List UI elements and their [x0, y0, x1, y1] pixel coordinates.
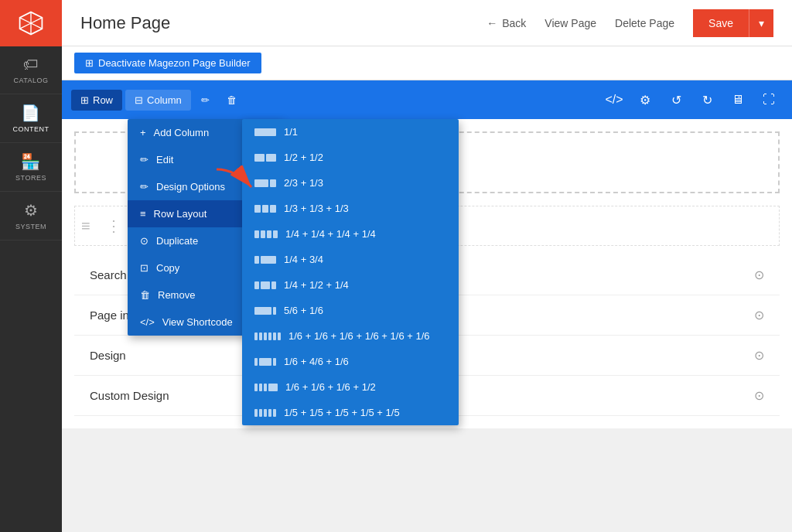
- row-layout-submenu: 1/1 1/2 + 1/2 2/3 + 1/3: [242, 119, 459, 425]
- layout-1-1[interactable]: 1/1: [242, 119, 459, 145]
- sidebar: 🏷 CATALOG 📄 CONTENT 🏪 STORES ⚙ SYSTEM: [0, 0, 62, 532]
- layout-icon-sixths: [254, 332, 281, 340]
- catalog-icon: 🏷: [23, 56, 39, 73]
- layout-icon-quarters: [254, 230, 278, 238]
- undo-button[interactable]: ↺: [662, 86, 690, 114]
- column-tab-icon: ⊟: [135, 94, 143, 106]
- settings-button[interactable]: ⚙: [631, 86, 659, 114]
- layout-1-5x5[interactable]: 1/5 + 1/5 + 1/5 + 1/5 + 1/5: [242, 400, 459, 425]
- row-layout-icon: ≡: [140, 208, 146, 220]
- back-arrow-icon: ←: [486, 17, 497, 29]
- design-icon: ✏: [140, 181, 148, 193]
- duplicate-icon: ⊙: [140, 235, 148, 247]
- delete-page-link[interactable]: Delete Page: [615, 17, 674, 29]
- fullscreen-button[interactable]: ⛶: [755, 86, 783, 114]
- layout-1-2-1-2[interactable]: 1/2 + 1/2: [242, 145, 459, 170]
- layout-icon-2-3-1-3: [254, 179, 276, 187]
- layout-1-4-1-2-1-4[interactable]: 1/4 + 1/2 + 1/4: [242, 272, 459, 298]
- edit-icon-button[interactable]: ✏: [194, 88, 217, 111]
- save-dropdown-button[interactable]: ▾: [749, 9, 773, 37]
- content-label: CONTENT: [13, 125, 50, 133]
- builder-toolbar: ⊞ Row ⊟ Column ✏ 🗑 </> ⚙ ↺ ↻: [62, 80, 792, 119]
- layout-icon-1-1: [254, 128, 276, 136]
- layout-icon-fifths: [254, 409, 276, 417]
- remove-icon: 🗑: [140, 289, 150, 301]
- layout-1-6-1-6-1-6-1-2[interactable]: 1/6 + 1/6 + 1/6 + 1/2: [242, 374, 459, 400]
- page-title: Home Page: [80, 13, 486, 33]
- edit-icon: ✏: [140, 154, 148, 165]
- elem-text-icon: ≡: [81, 217, 90, 235]
- catalog-label: CATALOG: [13, 77, 48, 84]
- stores-icon: 🏪: [21, 152, 41, 171]
- layout-icon-1-6-1-6-1-6-1-2: [254, 384, 278, 391]
- chevron-icon-custom-design: ⊙: [754, 388, 764, 403]
- layout-1-4-3-4[interactable]: 1/4 + 3/4: [242, 247, 459, 272]
- sidebar-item-system[interactable]: ⚙ SYSTEM: [0, 192, 62, 240]
- layout-1-4x4[interactable]: 1/4 + 1/4 + 1/4 + 1/4: [242, 221, 459, 247]
- view-page-link[interactable]: View Page: [544, 17, 596, 29]
- layout-2-3-1-3[interactable]: 2/3 + 1/3: [242, 170, 459, 196]
- deactivate-bar: ⊞ Deactivate Magezon Page Builder: [62, 46, 792, 80]
- content-icon: 📄: [21, 104, 41, 122]
- layout-icon-1-2-1-2: [254, 154, 276, 162]
- layout-1-3-1-3-1-3[interactable]: 1/3 + 1/3 + 1/3: [242, 196, 459, 221]
- delete-icon-button[interactable]: 🗑: [220, 88, 244, 111]
- layout-5-6-1-6[interactable]: 5/6 + 1/6: [242, 298, 459, 323]
- deactivate-button[interactable]: ⊞ Deactivate Magezon Page Builder: [74, 53, 261, 73]
- layout-icon-5-6-1-6: [254, 307, 276, 315]
- code-button[interactable]: </>: [600, 86, 628, 114]
- sidebar-item-catalog[interactable]: 🏷 CATALOG: [0, 46, 62, 94]
- layout-1-6x6[interactable]: 1/6 + 1/6 + 1/6 + 1/6 + 1/6 + 1/6: [242, 323, 459, 349]
- row-tab-icon: ⊞: [80, 94, 89, 106]
- logo: [0, 0, 62, 46]
- sidebar-item-stores[interactable]: 🏪 STORES: [0, 143, 62, 192]
- system-label: SYSTEM: [15, 223, 46, 230]
- layout-icon-1-6-4-6-1-6: [254, 358, 276, 366]
- main-area: Home Page ← Back View Page Delete Page S…: [62, 0, 792, 532]
- chevron-icon-search: ⊙: [754, 268, 764, 282]
- code-icon: </>: [605, 93, 623, 107]
- layout-icon-1-4-3-4: [254, 256, 276, 264]
- shortcode-icon: </>: [140, 316, 155, 328]
- copy-icon: ⊡: [140, 262, 148, 274]
- grid-icon: ⊞: [85, 57, 94, 69]
- save-button[interactable]: Save: [693, 9, 749, 37]
- toolbar-left: ⊞ Row ⊟ Column ✏ 🗑: [71, 88, 244, 111]
- row-tab[interactable]: ⊞ Row: [71, 90, 122, 111]
- redo-icon: ↻: [702, 93, 712, 107]
- desktop-icon: 🖥: [732, 93, 744, 107]
- builder-area: ⊞ Deactivate Magezon Page Builder ⊞ Row …: [62, 46, 792, 532]
- chevron-icon-design: ⊙: [754, 348, 764, 363]
- sidebar-item-content[interactable]: 📄 CONTENT: [0, 94, 62, 143]
- settings-icon: ⚙: [640, 93, 650, 107]
- desktop-button[interactable]: 🖥: [724, 86, 752, 114]
- page-header: Home Page ← Back View Page Delete Page S…: [62, 0, 792, 46]
- column-tab[interactable]: ⊟ Column: [125, 90, 191, 111]
- layout-icon-thirds: [254, 205, 276, 213]
- fullscreen-icon: ⛶: [763, 93, 775, 107]
- add-column-icon: +: [140, 127, 146, 138]
- redo-button[interactable]: ↻: [693, 86, 721, 114]
- layout-1-6-4-6-1-6[interactable]: 1/6 + 4/6 + 1/6: [242, 349, 459, 374]
- stores-label: STORES: [15, 174, 46, 182]
- header-nav: ← Back View Page Delete Page Save ▾: [486, 9, 773, 37]
- save-button-wrapper: Save ▾: [693, 9, 773, 37]
- layout-icon-1-4-1-2-1-4: [254, 281, 276, 289]
- chevron-icon-websites: ⊙: [754, 308, 764, 322]
- undo-icon: ↺: [671, 93, 681, 107]
- back-button[interactable]: ← Back: [486, 17, 526, 29]
- system-icon: ⚙: [24, 201, 39, 220]
